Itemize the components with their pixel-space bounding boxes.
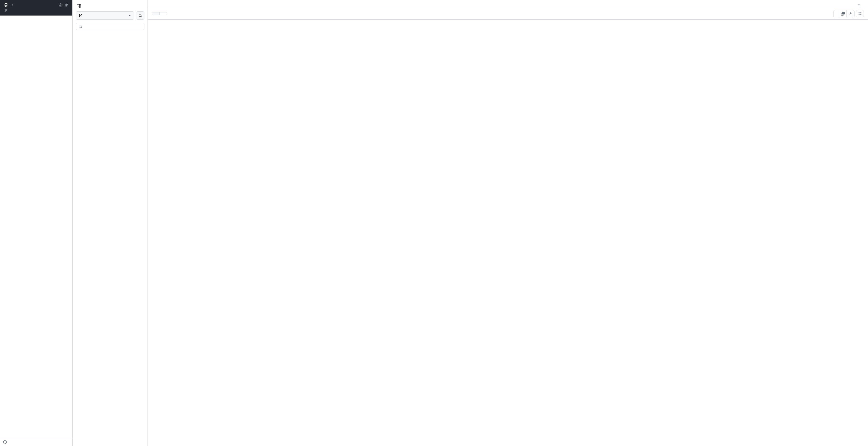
symbols-button[interactable] (856, 10, 864, 18)
pin-icon[interactable] (65, 3, 68, 7)
repo-branch[interactable] (4, 9, 68, 12)
file-search[interactable] (76, 23, 145, 30)
files-heading (72, 0, 148, 11)
view-tabs (152, 12, 167, 15)
github-icon (3, 440, 7, 444)
raw-button[interactable] (833, 10, 839, 18)
file-search-input[interactable] (84, 24, 142, 29)
copy-button[interactable] (839, 10, 847, 18)
branch-icon (79, 14, 82, 18)
branch-icon (4, 9, 8, 12)
repo-icon (4, 3, 8, 7)
repo-title[interactable]: / (4, 3, 15, 7)
search-icon (79, 25, 82, 28)
download-icon (849, 12, 852, 15)
search-button[interactable] (136, 11, 145, 20)
code-tab[interactable] (152, 12, 159, 15)
blame-tab[interactable] (159, 12, 167, 15)
top-link[interactable] (857, 3, 862, 7)
main-content (148, 0, 868, 446)
gear-icon[interactable] (59, 3, 62, 7)
repo-tree (0, 15, 72, 438)
branch-select[interactable]: ▼ (76, 11, 134, 20)
file-tree (72, 32, 148, 446)
chevron-down-icon: ▼ (129, 14, 131, 17)
arrow-up-icon (857, 4, 861, 7)
sidebar-collapse-icon[interactable] (77, 4, 81, 8)
login-link[interactable] (0, 438, 72, 446)
download-button[interactable] (847, 10, 855, 18)
list-icon (858, 12, 862, 15)
repo-sidebar: / (0, 0, 72, 446)
code-area[interactable] (148, 20, 868, 446)
file-explorer: ▼ (72, 0, 148, 446)
search-icon (138, 14, 142, 18)
copy-icon (841, 12, 845, 15)
repo-header: / (0, 0, 72, 15)
file-toolbar (148, 8, 868, 20)
